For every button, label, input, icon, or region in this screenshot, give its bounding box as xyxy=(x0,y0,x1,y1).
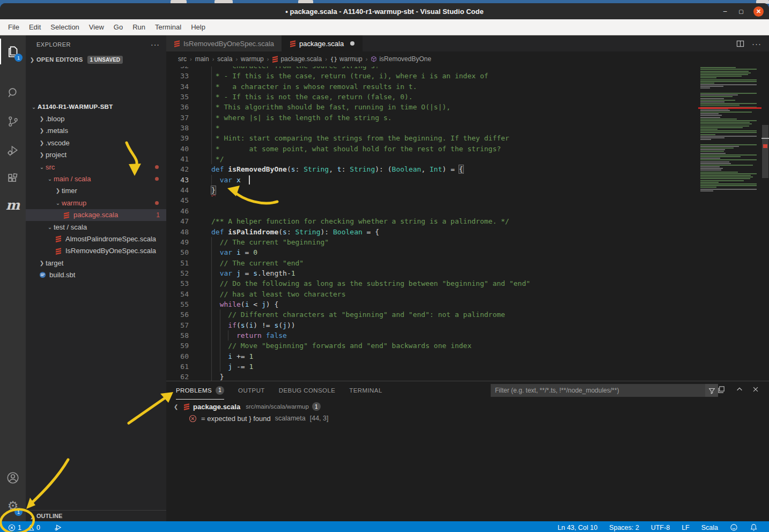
tree-item-timer[interactable]: ❯timer xyxy=(26,185,166,197)
menu-terminal[interactable]: Terminal xyxy=(150,21,186,33)
code-text: j -= 1 xyxy=(211,361,253,372)
minimap-line xyxy=(700,96,733,97)
code-line-55: 55 while(i < j) { xyxy=(166,299,769,309)
activity-run-debug[interactable] xyxy=(0,137,26,163)
activity-metals[interactable]: m xyxy=(0,192,26,218)
tree-item-almostpalindromespec-scala[interactable]: AlmostPalindromeSpec.scala xyxy=(26,233,166,245)
open-editors-header[interactable]: ❯ OPEN EDITORS 1 UNSAVED xyxy=(26,54,166,65)
more-actions-icon[interactable]: ··· xyxy=(752,39,761,48)
code-line-54: 54 // has at least two characters xyxy=(166,289,769,299)
minimap-line xyxy=(700,180,744,181)
outline-header[interactable]: ❯ OUTLINE xyxy=(26,510,166,521)
code-line-39: 39 * Hint: start comparing the strings f… xyxy=(166,133,769,143)
close-panel-icon[interactable] xyxy=(752,386,759,393)
close-button[interactable]: ✕ xyxy=(753,6,764,17)
code-editor[interactable]: 32 * character from the source string s?… xyxy=(166,66,769,381)
feedback-status[interactable] xyxy=(725,521,743,532)
split-editor-icon[interactable] xyxy=(736,40,744,48)
code-line-45: 45 xyxy=(166,195,769,205)
breadcrumb-src[interactable]: src xyxy=(178,55,187,63)
status-ln-43-col-10[interactable]: Ln 43, Col 10 xyxy=(553,521,602,532)
menu-file[interactable]: File xyxy=(3,21,24,33)
tree-item-test-scala[interactable]: ⌄test / scala xyxy=(26,221,166,233)
problem-error-row[interactable]: = expected but } found scalameta [44, 3] xyxy=(166,412,769,424)
tab-label: IsRemovedByOneSpec.scala xyxy=(183,40,274,48)
tree-item-label: .bloop xyxy=(46,115,64,123)
activity-explorer[interactable]: 1 xyxy=(0,39,26,64)
line-number: 42 xyxy=(166,164,189,174)
panel-tab-output[interactable]: OUTPUT xyxy=(238,381,265,400)
tree-item--vscode[interactable]: ❯.vscode xyxy=(26,137,166,149)
tree-item-a1140-r1-warmup-sbt[interactable]: ⌄A1140-R1-WARMUP-SBT xyxy=(26,101,166,113)
minimap-line xyxy=(700,91,716,92)
tree-item-label: warmup xyxy=(62,199,86,207)
menu-view[interactable]: View xyxy=(84,21,109,33)
tree-item-package-scala[interactable]: package.scala1 xyxy=(26,209,166,221)
menu-selection[interactable]: Selection xyxy=(46,21,84,33)
panel-tab-terminal[interactable]: TERMINAL xyxy=(349,381,382,400)
problems-filter-input[interactable] xyxy=(491,384,705,397)
problems-status[interactable]: 1 0 xyxy=(5,521,43,532)
tree-item-isremovedbyonespec-scala[interactable]: IsRemovedByOneSpec.scala xyxy=(26,245,166,257)
maximize-panel-icon[interactable] xyxy=(736,386,743,393)
panel-tab-problems[interactable]: PROBLEMS1 xyxy=(176,381,224,400)
code-line-52: 52 var j = s.length-1 xyxy=(166,268,769,278)
activity-search[interactable] xyxy=(0,80,26,106)
activity-account[interactable] xyxy=(0,465,26,491)
open-in-editor-icon[interactable] xyxy=(718,386,726,394)
tree-item-label: .vscode xyxy=(46,139,70,147)
notifications-status[interactable] xyxy=(745,521,763,532)
tab-package.scala[interactable]: package.scala xyxy=(282,35,363,51)
tree-item-label: package.scala xyxy=(73,211,118,219)
run-status[interactable] xyxy=(51,521,65,532)
breadcrumb-scala[interactable]: scala xyxy=(217,55,232,63)
breadcrumb-isremovedbyone[interactable]: isRemovedByOne xyxy=(371,55,431,63)
tree-item-project[interactable]: ❯project xyxy=(26,149,166,161)
explorer-actions-icon[interactable]: ··· xyxy=(151,40,160,49)
breadcrumb-package.scala[interactable]: package.scala xyxy=(272,55,322,63)
panel-tab-label: TERMINAL xyxy=(349,387,382,394)
tree-item-label: target xyxy=(46,259,63,267)
minimap-line xyxy=(700,132,757,133)
panel-tab-debug-console[interactable]: DEBUG CONSOLE xyxy=(279,381,336,400)
status-spaces-2[interactable]: Spaces: 2 xyxy=(604,521,644,532)
breadcrumb-main[interactable]: main xyxy=(195,55,209,63)
scrollbar-thumb[interactable] xyxy=(762,125,768,178)
breadcrumb-warmup[interactable]: {}warmup xyxy=(330,55,363,63)
minimap-line xyxy=(700,77,716,78)
tree-item--bloop[interactable]: ❯.bloop xyxy=(26,113,166,124)
tree-item--metals[interactable]: ❯.metals xyxy=(26,125,166,137)
code-text: var x xyxy=(211,175,241,185)
code-text: while(i < j) { xyxy=(211,299,278,309)
line-number: 49 xyxy=(166,237,189,247)
problem-file-row[interactable]: ❮ package.scala src/main/scala/warmup 1 xyxy=(166,401,769,412)
maximize-button[interactable]: ▢ xyxy=(737,9,745,14)
activity-source-control[interactable] xyxy=(0,108,26,134)
chevron-right-icon: ❯ xyxy=(38,128,46,134)
menu-run[interactable]: Run xyxy=(128,21,150,33)
breadcrumb-warmup[interactable]: warmup xyxy=(241,55,264,63)
minimap-line xyxy=(700,67,736,68)
code-line-37: 37 * where |s| is the length of the stri… xyxy=(166,113,769,123)
minimize-button[interactable]: – xyxy=(721,8,729,15)
menu-edit[interactable]: Edit xyxy=(24,21,46,33)
menu-help[interactable]: Help xyxy=(186,21,210,33)
activity-extensions[interactable] xyxy=(0,166,26,191)
tree-item-src[interactable]: ⌄src xyxy=(26,161,166,173)
menu-go[interactable]: Go xyxy=(109,21,128,33)
tree-item-warmup[interactable]: ⌄warmup xyxy=(26,197,166,209)
panel-tab-label: DEBUG CONSOLE xyxy=(279,387,336,394)
status-scala[interactable]: Scala xyxy=(697,521,723,532)
breadcrumb-separator-icon: › xyxy=(325,56,327,62)
status-utf-8[interactable]: UTF-8 xyxy=(646,521,675,532)
code-text: def isRemovedByOne(s: String, t: String)… xyxy=(211,164,463,174)
tab-isremovedbyonespec.scala[interactable]: IsRemovedByOneSpec.scala xyxy=(166,35,282,51)
tree-item-build-sbt[interactable]: build.sbt xyxy=(26,269,166,280)
tree-item-main-scala[interactable]: ⌄main / scala xyxy=(26,173,166,184)
filter-funnel-icon[interactable] xyxy=(705,384,718,397)
minimap[interactable] xyxy=(698,66,761,381)
activity-settings[interactable]: ⚙1 xyxy=(0,493,26,519)
status-lf[interactable]: LF xyxy=(677,521,694,532)
tree-item-target[interactable]: ❯target xyxy=(26,257,166,269)
minimap-line xyxy=(700,123,752,124)
